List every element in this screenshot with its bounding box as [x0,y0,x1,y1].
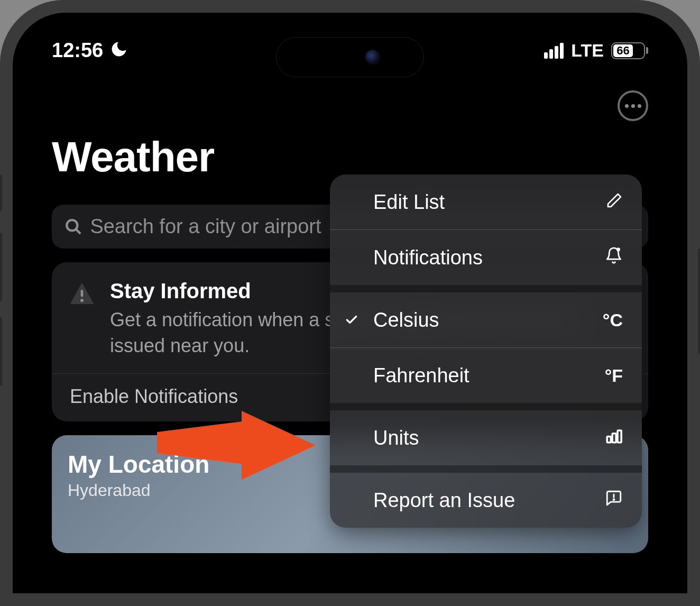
mute-switch [0,175,2,212]
svg-rect-2 [81,290,84,297]
menu-item-edit-list[interactable]: Edit List [330,175,642,229]
cellular-signal-icon [544,43,564,59]
volume-down-button [0,317,2,386]
menu-item-fahrenheit[interactable]: Fahrenheit °F [330,348,642,403]
svg-rect-6 [612,433,616,442]
bell-icon [605,246,623,269]
phone-frame: 12:56 LTE 66 [0,0,700,606]
battery-percent: 66 [613,44,633,57]
fahrenheit-symbol: °F [605,365,623,386]
search-icon [65,217,82,236]
bars-icon [605,427,623,449]
svg-rect-7 [618,430,621,443]
pencil-icon [606,191,623,214]
volume-up-button [0,233,2,301]
menu-item-report-issue[interactable]: Report an Issue [330,473,642,528]
menu-label: Report an Issue [373,489,515,512]
svg-line-1 [76,229,80,234]
svg-point-4 [616,247,620,251]
battery-icon: 66 [611,42,648,59]
checkmark-icon [344,313,360,327]
do-not-disturb-icon [109,40,128,62]
status-time: 12:56 [52,39,103,62]
status-left: 12:56 [52,39,128,62]
front-camera [365,50,380,65]
menu-label: Fahrenheit [373,364,469,387]
more-button[interactable] [618,90,648,121]
menu-label: Notifications [373,246,483,269]
menu-item-notifications[interactable]: Notifications [330,230,642,285]
network-label: LTE [571,40,604,61]
warning-icon [68,279,96,359]
svg-point-0 [67,220,77,231]
dynamic-island [276,37,424,77]
status-right: LTE 66 [544,40,648,61]
svg-rect-5 [607,436,611,442]
report-icon [605,489,623,512]
ellipsis-icon [625,104,629,108]
screen: 12:56 LTE 66 [22,22,678,593]
menu-label: Edit List [373,191,445,214]
menu-label: Units [373,427,419,449]
svg-point-3 [80,299,84,302]
power-button [698,249,700,354]
phone-bezel: 12:56 LTE 66 [13,13,687,593]
options-menu: Edit List Notifications [330,175,642,528]
svg-point-9 [613,499,614,500]
menu-label: Celsius [373,309,439,332]
menu-item-units[interactable]: Units [330,410,642,465]
status-bar: 12:56 LTE 66 [22,22,678,71]
celsius-symbol: °C [603,310,623,330]
menu-item-celsius[interactable]: Celsius °C [330,292,642,347]
